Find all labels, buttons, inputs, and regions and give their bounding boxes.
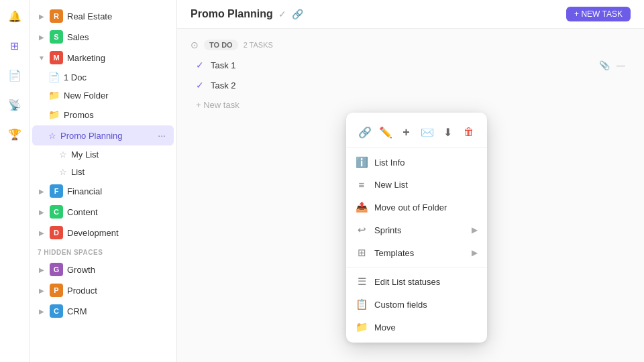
trophy-icon[interactable]: 🏆 — [5, 125, 24, 143]
new-task-label: + New task — [196, 100, 239, 110]
list-icon-promo-planning: ☆ — [48, 131, 56, 141]
sidebar-item-development[interactable]: ▶ D Development — [32, 223, 174, 243]
sprints-icon: ↩ — [356, 224, 368, 236]
email-tool-icon[interactable]: ✉️ — [417, 122, 437, 142]
space-icon-product: P — [50, 284, 63, 297]
sidebar-item-marketing[interactable]: ▼ M Marketing — [32, 48, 174, 68]
promos-more-button[interactable]: ··· — [140, 108, 154, 121]
ctx-menu-item-list-info[interactable]: ℹ️ List Info — [346, 151, 487, 174]
templates-icon: ⊞ — [356, 247, 368, 259]
context-menu-toolbar: 🔗 ✏️ + ✉️ ⬇ 🗑 — [346, 117, 487, 148]
chevron-right-icon: ▶ — [38, 229, 46, 237]
ctx-label-list-info: List Info — [374, 158, 478, 168]
custom-fields-icon: 📋 — [356, 298, 368, 310]
ctx-label-new-list: New List — [374, 180, 478, 190]
chevron-right-icon: ▶ — [38, 33, 46, 41]
chevron-right-icon: ▶ — [38, 208, 46, 216]
sidebar-item-new-folder[interactable]: 📁 New Folder — [32, 86, 174, 104]
status-label: TO DO — [209, 41, 233, 49]
sidebar-item-list[interactable]: ☆ List — [32, 164, 174, 180]
list-icon-my-list: ☆ — [59, 149, 67, 160]
space-icon-development: D — [50, 226, 63, 239]
doc-icon: 📄 — [48, 72, 60, 82]
sidebar-item-1doc[interactable]: 📄 1 Doc — [32, 68, 174, 86]
space-icon-real-estate: R — [50, 9, 63, 23]
info-icon: ℹ️ — [356, 156, 368, 168]
sidebar-label-product: Product — [67, 286, 168, 296]
sidebar-item-content[interactable]: ▶ C Content — [32, 202, 174, 222]
move-icon: 📁 — [356, 321, 368, 333]
promos-add-button[interactable]: + — [156, 109, 168, 121]
sidebar-label-promos: Promos — [64, 110, 136, 120]
edit-statuses-icon: ☰ — [356, 276, 368, 288]
checkmark-icon: ✓ — [196, 60, 204, 70]
sidebar-label-my-list: My List — [71, 149, 168, 160]
new-task-inline-button[interactable]: + New task — [191, 96, 631, 114]
sidebar-item-financial[interactable]: ▶ F Financial — [32, 181, 174, 201]
sidebar-label-1doc: 1 Doc — [64, 72, 168, 82]
sidebar-label-financial: Financial — [67, 186, 168, 196]
check-icon-header: ✓ — [278, 9, 286, 19]
sidebar-label-development: Development — [67, 228, 168, 238]
todo-section: ⊙ TO DO 2 TASKS ✓ Task 1 📎 — ✓ Task 2 + … — [191, 40, 631, 114]
delete-tool-icon[interactable]: 🗑 — [459, 122, 479, 142]
ctx-menu-item-new-list[interactable]: ≡ New List — [346, 174, 487, 196]
ctx-label-move-out: Move out of Folder — [374, 202, 478, 213]
ctx-menu-item-move[interactable]: 📁 Move — [346, 316, 487, 339]
task-name: Task 1 — [211, 60, 592, 70]
bell-icon[interactable]: 🔔 — [5, 7, 24, 25]
chevron-right-icon: ▶ — [38, 286, 46, 294]
space-icon-marketing: M — [50, 51, 63, 64]
list-icon: ≡ — [356, 179, 368, 190]
link-icon-header: 🔗 — [292, 9, 303, 19]
space-icon-growth: G — [50, 263, 63, 276]
plus-tool-icon[interactable]: + — [396, 122, 417, 142]
sidebar-item-my-list[interactable]: ☆ My List — [32, 146, 174, 163]
status-badge: TO DO — [204, 40, 238, 50]
sidebar-item-crm[interactable]: ▶ C CRM — [32, 301, 174, 321]
task-name: Task 2 — [211, 80, 625, 90]
main-header: Promo Planning ✓ 🔗 + NEW TASK — [177, 0, 644, 29]
chevron-down-icon: ▼ — [38, 54, 46, 62]
promo-planning-actions: ··· — [155, 129, 168, 142]
ctx-menu-item-custom-fields[interactable]: 📋 Custom fields — [346, 293, 487, 316]
radio-icon[interactable]: 📡 — [5, 95, 24, 114]
sidebar-item-sales[interactable]: ▶ S Sales — [32, 27, 174, 47]
ctx-menu-item-edit-statuses[interactable]: ☰ Edit List statuses — [346, 270, 487, 293]
download-tool-icon[interactable]: ⬇ — [438, 122, 458, 142]
sidebar-item-product[interactable]: ▶ P Product — [32, 280, 174, 300]
ctx-label-templates: Templates — [374, 248, 465, 258]
chevron-right-icon: ▶ — [472, 225, 478, 235]
edit-tool-icon[interactable]: ✏️ — [376, 122, 396, 142]
page-title: Promo Planning — [191, 8, 273, 20]
sidebar-label-promo-planning: Promo Planning — [60, 131, 151, 141]
sidebar-item-promo-planning[interactable]: ☆ Promo Planning ··· — [32, 125, 174, 145]
sidebar-item-growth[interactable]: ▶ G Growth — [32, 259, 174, 280]
sidebar-label-list: List — [71, 167, 168, 177]
task-count: 2 TASKS — [244, 41, 273, 49]
sidebar-label-real-estate: Real Estate — [67, 11, 168, 21]
section-header: ⊙ TO DO 2 TASKS — [191, 40, 631, 50]
doc-icon[interactable]: 📄 — [5, 66, 24, 84]
context-menu-divider — [346, 267, 487, 267]
chevron-right-icon: ▶ — [472, 248, 478, 257]
table-row[interactable]: ✓ Task 1 📎 — — [191, 56, 631, 74]
table-row[interactable]: ✓ Task 2 — [191, 76, 631, 95]
circle-icon: ⊙ — [191, 40, 199, 50]
icon-bar: 🔔 ⊞ 📄 📡 🏆 — [0, 0, 30, 362]
context-menu: 🔗 ✏️ + ✉️ ⬇ 🗑 ℹ️ List Info ≡ New List 📤 … — [346, 113, 487, 343]
sidebar-label-sales: Sales — [67, 32, 168, 42]
ctx-menu-item-templates[interactable]: ⊞ Templates ▶ — [346, 241, 487, 264]
sidebar-label-marketing: Marketing — [67, 53, 168, 63]
sidebar-item-promos[interactable]: 📁 Promos ··· + — [32, 105, 174, 125]
promo-planning-more-button[interactable]: ··· — [155, 129, 168, 142]
ctx-menu-item-sprints[interactable]: ↩ Sprints ▶ — [346, 219, 487, 241]
list-icon-list: ☆ — [59, 167, 67, 177]
new-task-button[interactable]: + NEW TASK — [566, 7, 631, 21]
ctx-menu-item-move-out[interactable]: 📤 Move out of Folder — [346, 196, 487, 219]
space-icon-crm: C — [50, 304, 63, 318]
sidebar-item-real-estate[interactable]: ▶ R Real Estate — [32, 6, 174, 26]
main-content: Promo Planning ✓ 🔗 + NEW TASK ⊙ TO DO 2 … — [177, 0, 644, 362]
link-tool-icon[interactable]: 🔗 — [355, 122, 375, 142]
grid-icon[interactable]: ⊞ — [5, 36, 24, 55]
